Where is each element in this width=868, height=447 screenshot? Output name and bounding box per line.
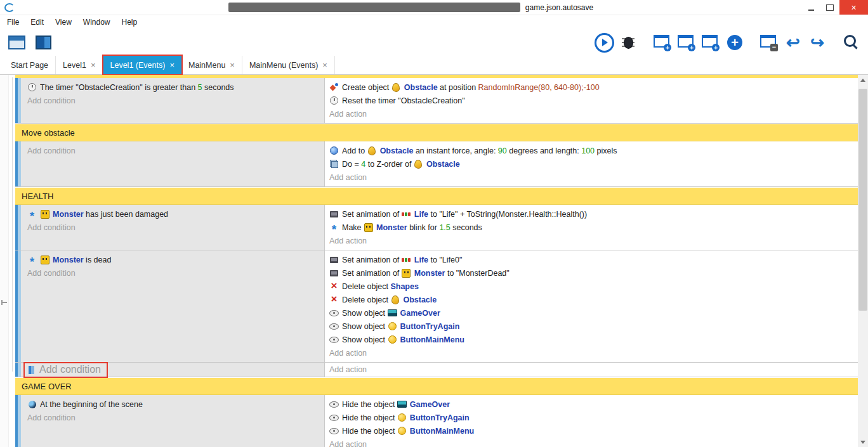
- conditions-column: Monster is deadAdd condition: [21, 250, 325, 362]
- add-action-button[interactable]: Add action: [329, 363, 367, 377]
- action-line[interactable]: Show object ButtonMainMenu: [329, 333, 858, 346]
- events-sheet: The timer "ObstacleCreation" is greater …: [15, 75, 858, 447]
- tab-close-icon[interactable]: ×: [322, 60, 327, 70]
- add-action-button[interactable]: Add action: [329, 171, 858, 184]
- text-segment: at position: [438, 83, 478, 92]
- start-page-button[interactable]: [33, 32, 53, 53]
- action-line[interactable]: Reset the timer "ObstacleCreation": [329, 94, 858, 107]
- action-line[interactable]: Make Monster blink for 1.5 seconds: [329, 221, 858, 234]
- add-action-button[interactable]: Add action: [329, 234, 858, 247]
- event-drag-handle[interactable]: [15, 141, 21, 186]
- debug-button[interactable]: [618, 32, 638, 53]
- action-line[interactable]: Show object ButtonTryAgain: [329, 320, 858, 333]
- event-drag-handle[interactable]: [15, 78, 21, 123]
- menu-help[interactable]: Help: [116, 15, 143, 29]
- event-drag-handle[interactable]: [15, 250, 21, 362]
- condition-line[interactable]: The timer "ObstacleCreation" is greater …: [27, 81, 324, 94]
- scroll-down-icon[interactable]: [858, 437, 868, 447]
- menu-view[interactable]: View: [49, 15, 77, 29]
- project-manager-button[interactable]: [6, 32, 27, 53]
- conditions-column: Monster has just been damagedAdd conditi…: [21, 205, 325, 250]
- text-segment: Hide the object: [342, 400, 397, 409]
- button-icon: [388, 321, 397, 331]
- event-drag-handle[interactable]: [15, 205, 21, 250]
- add-condition-button[interactable]: Add condition: [25, 363, 107, 377]
- tab-mainmenu[interactable]: MainMenu×: [181, 56, 242, 74]
- condition-line[interactable]: Monster is dead: [27, 253, 324, 266]
- add-external-layout-button[interactable]: [700, 32, 721, 53]
- undo-button[interactable]: [783, 32, 803, 53]
- actions-column: Add action: [325, 363, 858, 377]
- text-segment: to Z-order of: [365, 160, 414, 169]
- action-line[interactable]: Show object GameOver: [329, 306, 858, 320]
- action-line[interactable]: Set animation of Monster to "MonsterDead…: [329, 266, 858, 280]
- action-line[interactable]: Delete object Shapes: [329, 280, 858, 293]
- action-line[interactable]: Hide the object ButtonMainMenu: [329, 424, 858, 437]
- event-icon: [27, 365, 36, 375]
- group-game-over[interactable]: GAME OVER: [15, 377, 858, 395]
- visibility-icon: [329, 335, 339, 344]
- add-scene-button[interactable]: [652, 32, 673, 53]
- text-segment: 100: [581, 146, 595, 155]
- text-segment: Add action: [329, 365, 367, 374]
- add-condition-button[interactable]: Add condition: [27, 144, 324, 157]
- add-external-events-button[interactable]: [676, 32, 697, 53]
- group-move-obstacle[interactable]: Move obstacle: [15, 124, 858, 141]
- event-drag-handle[interactable]: [15, 395, 21, 447]
- event-drag-handle[interactable]: [15, 363, 21, 377]
- action-line[interactable]: Create object Obstacle at position Rando…: [329, 81, 858, 94]
- text-segment: Set animation of: [342, 256, 402, 264]
- redo-button[interactable]: [807, 32, 827, 53]
- action-line[interactable]: Set animation of Life to "Life0": [329, 253, 858, 266]
- tab-close-icon[interactable]: ×: [230, 60, 235, 70]
- action-line[interactable]: Add to Obstacle an instant force, angle:…: [329, 144, 858, 157]
- obstacle-icon: [391, 82, 401, 92]
- tab-close-icon[interactable]: ×: [169, 60, 174, 70]
- scrollbar-thumb[interactable]: [858, 89, 867, 311]
- action-line[interactable]: Delete object Obstacle: [329, 293, 858, 306]
- tab-start-page[interactable]: Start Page: [4, 56, 56, 74]
- monster-dead-event: Monster is deadAdd conditionSet animatio…: [15, 250, 858, 363]
- text-segment: Monster: [376, 223, 407, 232]
- group-health[interactable]: HEALTH: [15, 187, 858, 205]
- add-condition-button[interactable]: Add condition: [27, 94, 324, 107]
- action-line[interactable]: Do = 4 to Z-order of Obstacle: [329, 157, 858, 171]
- text-segment: Add action: [329, 236, 367, 245]
- menu-edit[interactable]: Edit: [25, 15, 49, 29]
- tab-label: MainMenu: [188, 61, 225, 70]
- maximize-button[interactable]: [820, 0, 839, 15]
- text-segment: seconds: [202, 83, 234, 92]
- search-button[interactable]: [841, 32, 862, 53]
- action-line[interactable]: Hide the object ButtonTryAgain: [329, 411, 858, 424]
- add-action-button[interactable]: Add action: [329, 437, 858, 447]
- vertical-scrollbar[interactable]: [858, 75, 868, 447]
- add-condition-button[interactable]: Add condition: [27, 411, 324, 424]
- text-segment: ButtonTryAgain: [400, 322, 460, 331]
- tab-close-icon[interactable]: ×: [91, 60, 96, 70]
- tree-guide-line: [12, 77, 13, 372]
- menu-window[interactable]: Window: [77, 15, 116, 29]
- action-line[interactable]: Set animation of Life to "Life" + ToStri…: [329, 207, 858, 221]
- obstacle-timer-event: The timer "ObstacleCreation" is greater …: [15, 78, 858, 124]
- tab-mainmenu-events[interactable]: MainMenu (Events)×: [242, 56, 335, 74]
- menu-file[interactable]: File: [1, 15, 25, 29]
- add-condition-button[interactable]: Add condition: [27, 266, 324, 280]
- add-action-button[interactable]: Add action: [329, 107, 858, 120]
- tab-level1-events[interactable]: Level1 (Events)×: [103, 56, 181, 74]
- add-extension-button[interactable]: [725, 32, 745, 53]
- life-icon: [402, 209, 411, 219]
- add-action-button[interactable]: Add action: [329, 346, 858, 360]
- deactivate-button[interactable]: [759, 32, 779, 53]
- scroll-up-icon[interactable]: [858, 75, 868, 85]
- monster-damaged-event: Monster has just been damagedAdd conditi…: [15, 205, 858, 250]
- condition-line[interactable]: At the beginning of the scene: [27, 398, 324, 411]
- tab-level1[interactable]: Level1×: [56, 56, 103, 74]
- condition-line[interactable]: Monster has just been damaged: [27, 207, 324, 221]
- add-condition-button[interactable]: Add condition: [27, 221, 324, 234]
- run-button[interactable]: [594, 32, 614, 53]
- action-line[interactable]: Hide the object GameOver: [329, 398, 858, 411]
- minimize-button[interactable]: [801, 0, 820, 15]
- conditions-column: Add condition: [21, 141, 325, 186]
- text-segment: Obstacle: [426, 160, 460, 169]
- close-button[interactable]: ×: [839, 0, 868, 15]
